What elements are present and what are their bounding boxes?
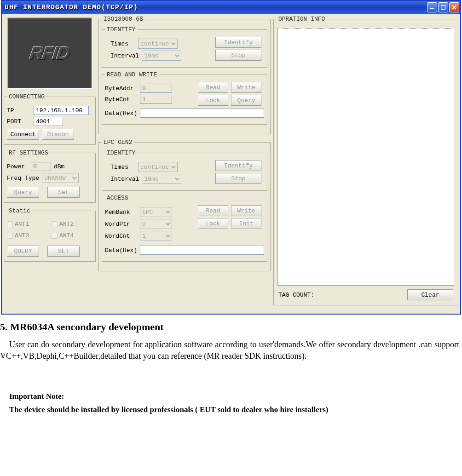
iso-readwrite-group: READ AND WRITE ByteAddr ByteCnt <box>102 71 267 125</box>
window-title: UHF INTERROGATOR DEMO(TCP/IP) <box>5 4 138 11</box>
bytecnt-input[interactable] <box>140 95 172 104</box>
left-column: RFID CONNECTING IP PORT Connect Discon <box>4 16 96 310</box>
freqtype-label: Freq Type <box>7 175 39 182</box>
ant1-checkbox[interactable]: ANT1 <box>7 221 48 228</box>
epc-interval-select[interactable]: 10ms <box>142 174 181 184</box>
static-legend: Static <box>7 207 32 214</box>
iso-times-select[interactable]: continue <box>138 39 178 49</box>
ant2-checkbox[interactable]: ANT2 <box>52 221 92 228</box>
iso-data-input[interactable] <box>140 109 264 118</box>
byteaddr-input[interactable] <box>140 84 172 93</box>
opr-legend: OPRATION INFO <box>277 16 327 23</box>
iso18000-group: ISO18000-6B IDENTIFY Times continue Inte… <box>98 16 271 134</box>
epc-interval-label: Interval <box>105 176 139 183</box>
iso-legend: ISO18000-6B <box>102 16 145 23</box>
epc-times-select[interactable]: continue <box>138 162 178 172</box>
important-note-body: The device should be installed by licens… <box>9 404 459 415</box>
membank-select[interactable]: EPC <box>140 207 172 217</box>
epc-access-group: ACCESS MemBank EPC WordPtr 0 <box>102 195 267 262</box>
byteaddr-label: ByteAddr <box>105 85 137 92</box>
iso-data-label: Data(Hex) <box>105 110 137 117</box>
svg-rect-0 <box>430 8 434 9</box>
window-controls <box>427 2 459 12</box>
operation-log-list[interactable] <box>277 28 454 286</box>
titlebar: UHF INTERROGATOR DEMO(TCP/IP) <box>2 1 460 14</box>
rf-set-button[interactable]: Set <box>47 187 80 198</box>
minimize-button[interactable] <box>427 2 437 12</box>
close-button[interactable] <box>449 2 459 12</box>
section-paragraph: User can do secondary development for ap… <box>0 339 459 362</box>
epc-read-button[interactable]: Read <box>198 205 228 216</box>
tag-count-label: TAG COUNT: <box>278 292 314 298</box>
epc-init-button[interactable]: Init <box>231 218 261 229</box>
ant4-checkbox[interactable]: ANT4 <box>52 232 92 239</box>
wordptr-label: WordPtr <box>105 221 137 228</box>
iso-interval-label: Interval <box>105 52 139 59</box>
rf-legend: RF SETTINGS <box>7 149 50 156</box>
epc-lock-button[interactable]: Lock <box>198 218 228 229</box>
wordptr-select[interactable]: 0 <box>140 219 172 229</box>
power-label: Power <box>7 163 28 170</box>
freqtype-select[interactable]: UNKNOW <box>42 173 79 183</box>
membank-label: MemBank <box>105 209 137 216</box>
ip-label: IP <box>7 107 31 114</box>
epc-identify-group: IDENTIFY Times continue Interval 10ms <box>102 149 267 191</box>
port-input[interactable] <box>34 117 63 126</box>
middle-column: ISO18000-6B IDENTIFY Times continue Inte… <box>98 16 271 310</box>
iso-read-button[interactable]: Read <box>198 82 228 93</box>
maximize-button[interactable] <box>438 2 448 12</box>
logo-text: RFID <box>29 43 71 63</box>
static-set-button[interactable]: SET <box>47 246 80 257</box>
iso-lock-button[interactable]: Lock <box>198 95 228 106</box>
iso-interval-select[interactable]: 10ms <box>142 51 181 61</box>
rf-query-button[interactable]: Query <box>7 187 39 198</box>
epc-legend: EPC GEN2 <box>102 139 134 146</box>
bytecnt-label: ByteCnt <box>105 96 137 103</box>
application-window: UHF INTERROGATOR DEMO(TCP/IP) RFID CONNE… <box>1 0 461 315</box>
power-unit: dBm <box>54 163 64 170</box>
epc-stop-button[interactable]: Stop <box>215 173 261 184</box>
connect-button[interactable]: Connect <box>7 129 39 140</box>
static-query-button[interactable]: QUERY <box>7 246 39 257</box>
iso-identify-legend: IDENTIFY <box>105 26 137 33</box>
iso-identify-button[interactable]: Identify <box>215 37 261 48</box>
wordcnt-select[interactable]: 1 <box>140 231 172 241</box>
iso-query-button[interactable]: Query <box>231 95 261 106</box>
ant3-checkbox[interactable]: ANT3 <box>7 232 48 239</box>
svg-rect-1 <box>441 6 445 10</box>
connecting-legend: CONNECTING <box>7 93 46 100</box>
connecting-group: CONNECTING IP PORT Connect Discon <box>4 93 96 145</box>
epc-write-button[interactable]: Write <box>231 205 261 216</box>
epc-times-label: Times <box>105 164 135 171</box>
iso-times-label: Times <box>105 40 135 47</box>
client-area: RFID CONNECTING IP PORT Connect Discon <box>2 14 460 314</box>
static-group: Static ANT1 ANT2 ANT3 ANT4 QUERY SET <box>4 207 96 262</box>
iso-stop-button[interactable]: Stop <box>215 50 261 61</box>
clear-button[interactable]: Clear <box>407 289 453 300</box>
disconnect-button[interactable]: Discon <box>42 129 74 140</box>
epc-gen2-group: EPC GEN2 IDENTIFY Times continue Interva… <box>98 139 271 271</box>
epc-identify-legend: IDENTIFY <box>105 149 137 156</box>
ip-input[interactable] <box>34 106 89 115</box>
epc-identify-button[interactable]: Identify <box>215 160 261 171</box>
epc-access-legend: ACCESS <box>105 195 130 201</box>
right-column: OPRATION INFO TAG COUNT: Clear <box>273 16 458 310</box>
epc-data-label: Data(Hex) <box>105 247 137 254</box>
iso-write-button[interactable]: Write <box>231 82 261 93</box>
operation-info-group: OPRATION INFO TAG COUNT: Clear <box>273 16 458 305</box>
rf-settings-group: RF SETTINGS Power dBm Freq Type UNKNOW Q… <box>4 149 96 203</box>
section-heading: 5. MR6034A sencondary development <box>0 320 459 334</box>
power-input[interactable] <box>31 162 51 171</box>
rfid-logo: RFID <box>7 17 92 89</box>
iso-identify-group: IDENTIFY Times continue Interval 10ms <box>102 26 267 68</box>
wordcnt-label: WordCnt <box>105 233 137 240</box>
document-body: 5. MR6034A sencondary development User c… <box>0 320 462 427</box>
iso-rw-legend: READ AND WRITE <box>105 71 159 78</box>
epc-data-input[interactable] <box>140 246 264 255</box>
port-label: PORT <box>7 118 31 125</box>
important-note-title: Important Note: <box>9 391 459 402</box>
